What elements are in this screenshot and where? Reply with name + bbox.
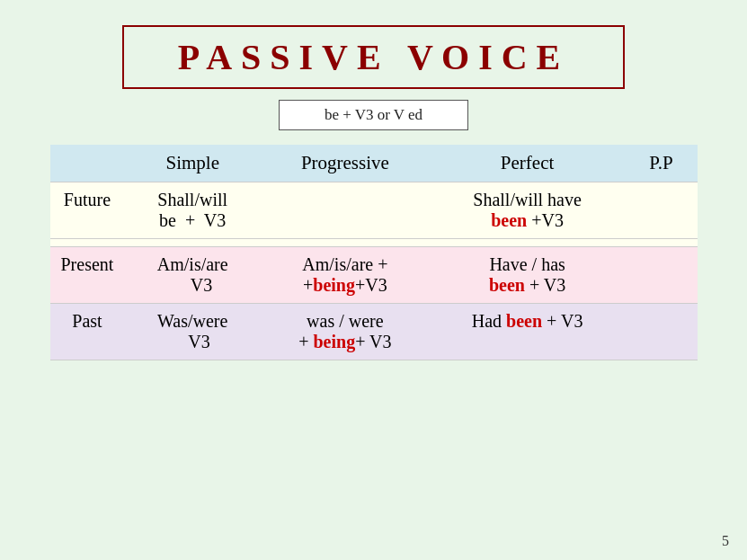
past-label: Past (50, 304, 125, 360)
future-label: Future (50, 182, 125, 239)
slide: PASSIVE VOICE be + V3 or V ed Simple Pro… (0, 0, 747, 560)
passive-voice-table: Simple Progressive Perfect P.P Future Sh… (50, 145, 698, 360)
present-simple: Am/is/are V3 (124, 247, 261, 304)
table-row-future: Future Shall/willbe + V3 Shall/will have… (50, 182, 698, 239)
past-prog-being: being (313, 332, 355, 351)
present-perfect-been: been (489, 275, 525, 295)
past-perfect-been: been (506, 311, 542, 331)
formula-box: be + V3 or V ed (279, 100, 468, 130)
header-col3: Perfect (430, 145, 626, 182)
present-pp (625, 247, 697, 304)
past-simple: Was/were V3 (124, 304, 261, 360)
present-progressive: Am/is/are + +being+V3 (261, 247, 430, 304)
present-perfect: Have / has been + V3 (430, 247, 626, 304)
present-perfect-suffix: + V3 (529, 275, 565, 295)
header-col4: P.P (625, 145, 697, 182)
future-simple: Shall/willbe + V3 (124, 182, 261, 239)
slide-title: PASSIVE VOICE (178, 37, 570, 77)
past-perfect: Had been + V3 (430, 304, 626, 360)
formula-text: be + V3 or V ed (325, 106, 422, 123)
future-perfect: Shall/will have been +V3 (430, 182, 626, 239)
past-progressive: was / were + being+ V3 (261, 304, 430, 360)
present-label: Present (50, 247, 125, 304)
past-pp (625, 304, 697, 360)
table-row-past: Past Was/were V3 was / were + being+ V3 … (50, 304, 698, 360)
present-prog-being: being (313, 275, 355, 295)
page-number: 5 (722, 533, 729, 549)
title-box: PASSIVE VOICE (122, 25, 626, 89)
header-col1: Simple (124, 145, 261, 182)
table-header-row: Simple Progressive Perfect P.P (50, 145, 698, 182)
future-perfect-been: been (491, 210, 527, 230)
header-col2: Progressive (261, 145, 430, 182)
future-perfect-suffix: +V3 (531, 210, 564, 230)
table-row-present: Present Am/is/are V3 Am/is/are + +being+… (50, 247, 698, 304)
future-pp (625, 182, 697, 239)
header-col0 (50, 145, 125, 182)
past-perfect-suffix: + V3 (547, 311, 582, 331)
future-progressive (261, 182, 430, 239)
table-row-future-spacer (50, 239, 698, 247)
